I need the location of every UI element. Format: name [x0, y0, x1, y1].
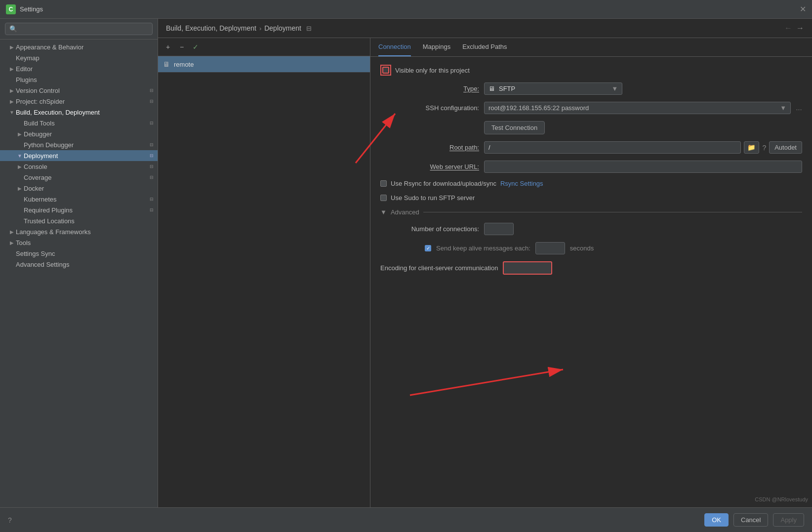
keepalive-label: Send keep alive messages each:	[436, 245, 530, 252]
sidebar-item-label: Debugger	[24, 130, 52, 138]
window-title: Settings	[20, 5, 43, 13]
ssh-select[interactable]: root@192.168.155.65:22 password ▼	[484, 102, 791, 114]
chevron-down-icon: ▼	[16, 152, 24, 160]
sidebar-item-kubernetes[interactable]: Kubernetes ⊟	[0, 194, 158, 205]
connections-input[interactable]: 5	[484, 223, 514, 235]
sidebar-item-keymap[interactable]: Keymap	[0, 52, 158, 63]
tab-mappings[interactable]: Mappings	[423, 38, 450, 56]
chevron-icon: ▶	[8, 228, 16, 236]
chevron-icon: ▶	[16, 184, 24, 192]
keepalive-unit: seconds	[570, 245, 594, 252]
chevron-icon	[8, 54, 16, 62]
sudo-row: Use Sudo to run SFTP server	[380, 194, 802, 202]
sidebar-item-label: Coverage	[24, 174, 51, 181]
rsync-label: Use Rsync for download/upload/sync	[391, 180, 496, 187]
keepalive-input[interactable]: 300	[535, 242, 565, 254]
visible-only-row: Visible only for this project	[380, 65, 802, 76]
server-icon: 🖥	[163, 60, 170, 68]
cancel-button[interactable]: Cancel	[733, 513, 768, 527]
test-connection-button[interactable]: Test Connection	[484, 121, 545, 134]
sidebar-item-label: Plugins	[16, 76, 37, 83]
sidebar-item-build-exec[interactable]: ▼ Build, Execution, Deployment	[0, 107, 158, 118]
check-server-button[interactable]: ✓	[190, 41, 202, 53]
test-connection-row: Test Connection	[380, 121, 802, 134]
sidebar-item-label: Build, Execution, Deployment	[16, 109, 100, 116]
sidebar-item-label: Kubernetes	[24, 196, 57, 203]
chevron-icon	[16, 173, 24, 181]
sidebar-item-required-plugins[interactable]: Required Plugins ⊟	[0, 205, 158, 215]
add-server-button[interactable]: +	[162, 41, 174, 53]
chevron-icon	[16, 195, 24, 203]
rsync-row: Use Rsync for download/upload/sync Rsync…	[380, 180, 802, 187]
forward-button[interactable]: →	[796, 24, 804, 33]
apply-button[interactable]: Apply	[773, 513, 804, 527]
sidebar-item-console[interactable]: ▶ Console ⊟	[0, 161, 158, 172]
root-path-input[interactable]	[488, 144, 736, 151]
badge-icon: ⊟	[150, 164, 154, 169]
keepalive-checkbox[interactable]: ✓	[425, 245, 431, 251]
chevron-icon: ▶	[8, 239, 16, 246]
badge-icon: ⊟	[150, 207, 154, 212]
visible-only-checkbox[interactable]	[382, 67, 389, 74]
root-path-row: Root path: 📁 ? Autodet	[380, 141, 802, 154]
sidebar-item-settings-sync[interactable]: Settings Sync	[0, 248, 158, 259]
sidebar-item-appearance[interactable]: ▶ Appearance & Behavior	[0, 41, 158, 52]
sidebar-item-python-debugger[interactable]: Python Debugger ⊟	[0, 139, 158, 150]
type-select[interactable]: 🖥 SFTP ▼	[484, 82, 622, 95]
sidebar-item-project[interactable]: ▶ Project: chSpider ⊟	[0, 96, 158, 107]
sidebar-item-coverage[interactable]: Coverage ⊟	[0, 172, 158, 183]
server-type-icon: 🖥	[488, 85, 495, 92]
chevron-icon	[16, 119, 24, 127]
help-button[interactable]: ?	[8, 516, 12, 524]
sidebar-item-label: Deployment	[24, 152, 58, 160]
ssh-select-arrow: ▼	[780, 104, 786, 112]
layout-icon: ⊟	[306, 25, 312, 32]
sidebar-item-label: Languages & Frameworks	[16, 228, 91, 236]
sidebar-item-trusted-locations[interactable]: Trusted Locations	[0, 215, 158, 226]
sidebar-item-advanced-settings[interactable]: Advanced Settings	[0, 259, 158, 270]
search-input[interactable]	[5, 23, 153, 35]
chevron-down-icon: ▼	[8, 108, 16, 116]
divider-line	[423, 212, 802, 212]
rsync-settings-link[interactable]: Rsync Settings	[500, 180, 543, 187]
ssh-more-icon: …	[796, 104, 802, 112]
sidebar-item-build-tools[interactable]: Build Tools ⊟	[0, 118, 158, 128]
autodetect-button[interactable]: Autodet	[769, 141, 802, 154]
help-icon[interactable]: ?	[762, 144, 766, 152]
sidebar-item-label: Editor	[16, 65, 33, 73]
web-server-input[interactable]: http://	[484, 161, 802, 173]
type-row: Type: 🖥 SFTP ▼	[380, 82, 802, 95]
sidebar-tree: ▶ Appearance & Behavior Keymap ▶ Editor …	[0, 40, 158, 507]
sidebar-item-docker[interactable]: ▶ Docker	[0, 183, 158, 194]
sidebar-item-debugger[interactable]: ▶ Debugger	[0, 128, 158, 139]
sidebar-item-label: Project: chSpider	[16, 98, 65, 105]
back-button[interactable]: ←	[784, 24, 792, 33]
browse-folder-button[interactable]: 📁	[744, 141, 759, 154]
sidebar-item-version-control[interactable]: ▶ Version Control ⊟	[0, 85, 158, 96]
advanced-section[interactable]: ▼ Advanced	[380, 208, 802, 216]
settings-pane: Connection Mappings Excluded Paths Visib…	[370, 38, 812, 507]
close-button[interactable]: ✕	[800, 4, 806, 14]
sidebar-item-label: Trusted Locations	[24, 217, 75, 225]
sidebar-item-label: Build Tools	[24, 120, 55, 127]
badge-icon: ⊟	[150, 142, 154, 147]
chevron-icon	[8, 249, 16, 257]
sudo-label: Use Sudo to run SFTP server	[391, 194, 475, 202]
ssh-label: SSH configuration:	[380, 104, 479, 112]
sidebar-item-plugins[interactable]: Plugins	[0, 74, 158, 85]
tab-excluded-paths[interactable]: Excluded Paths	[462, 38, 507, 56]
sidebar-item-editor[interactable]: ▶ Editor	[0, 63, 158, 74]
server-item[interactable]: 🖥 remote	[158, 56, 370, 73]
breadcrumb-separator: ›	[259, 25, 261, 32]
server-pane: + − ✓ 🖥 remote	[158, 38, 370, 507]
tab-connection[interactable]: Connection	[378, 38, 411, 56]
sidebar-item-languages[interactable]: ▶ Languages & Frameworks	[0, 226, 158, 237]
remove-server-button[interactable]: −	[176, 41, 188, 53]
rsync-checkbox[interactable]	[380, 180, 387, 187]
sudo-checkbox[interactable]	[380, 195, 387, 201]
sidebar-item-deployment[interactable]: ▼ Deployment ⊟	[0, 150, 158, 161]
sidebar-item-tools[interactable]: ▶ Tools	[0, 237, 158, 248]
encoding-input[interactable]: utf-8	[503, 261, 552, 275]
ok-button[interactable]: OK	[704, 513, 729, 527]
badge-icon: ⊟	[150, 175, 154, 180]
